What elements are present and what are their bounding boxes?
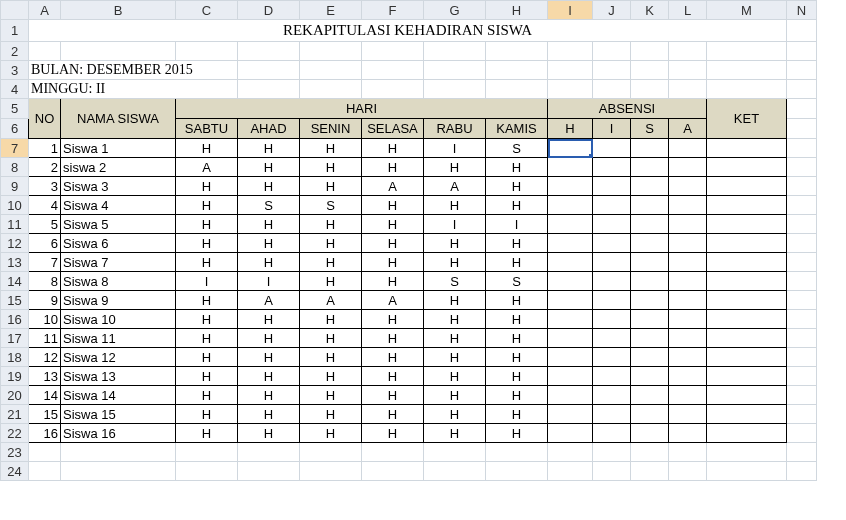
cell-day[interactable]: H bbox=[424, 348, 486, 367]
cell[interactable] bbox=[548, 462, 593, 481]
cell-no[interactable]: 13 bbox=[29, 367, 61, 386]
cell[interactable] bbox=[486, 443, 548, 462]
cell-day[interactable]: H bbox=[176, 139, 238, 158]
cell-abs[interactable] bbox=[631, 234, 669, 253]
cell[interactable] bbox=[362, 61, 424, 80]
cell[interactable] bbox=[787, 119, 817, 139]
cell-day[interactable]: H bbox=[238, 177, 300, 196]
cell-abs[interactable] bbox=[669, 272, 707, 291]
cell-day[interactable]: H bbox=[424, 367, 486, 386]
cell-day[interactable]: H bbox=[238, 253, 300, 272]
cell-day[interactable]: H bbox=[238, 215, 300, 234]
cell[interactable] bbox=[486, 462, 548, 481]
cell[interactable] bbox=[631, 61, 669, 80]
cell[interactable] bbox=[787, 61, 817, 80]
cell-nama[interactable]: Siswa 14 bbox=[61, 386, 176, 405]
cell-abs[interactable] bbox=[548, 177, 593, 196]
cell-ket[interactable] bbox=[707, 158, 787, 177]
cell[interactable] bbox=[424, 61, 486, 80]
cell-day[interactable]: H bbox=[362, 329, 424, 348]
cell-day[interactable]: H bbox=[424, 386, 486, 405]
cell-day[interactable]: I bbox=[486, 215, 548, 234]
cell-abs[interactable] bbox=[548, 424, 593, 443]
cell-abs[interactable] bbox=[669, 215, 707, 234]
cell-abs[interactable] bbox=[548, 215, 593, 234]
row-header-23[interactable]: 23 bbox=[1, 443, 29, 462]
cell-day[interactable]: H bbox=[424, 310, 486, 329]
cell[interactable] bbox=[787, 139, 817, 158]
cell-day[interactable]: H bbox=[300, 272, 362, 291]
row-header-17[interactable]: 17 bbox=[1, 329, 29, 348]
row-header-21[interactable]: 21 bbox=[1, 405, 29, 424]
cell[interactable] bbox=[238, 462, 300, 481]
cell-day[interactable]: H bbox=[238, 310, 300, 329]
cell[interactable] bbox=[787, 253, 817, 272]
cell-no[interactable]: 16 bbox=[29, 424, 61, 443]
cell-ket[interactable] bbox=[707, 234, 787, 253]
cell-day[interactable]: H bbox=[300, 177, 362, 196]
cell[interactable] bbox=[486, 42, 548, 61]
cell-day[interactable]: H bbox=[486, 367, 548, 386]
spreadsheet-grid[interactable]: ABCDEFGHIJKLMN1REKAPITULASI KEHADIRAN SI… bbox=[0, 0, 817, 481]
cell[interactable] bbox=[238, 443, 300, 462]
row-header-10[interactable]: 10 bbox=[1, 196, 29, 215]
col-header-K[interactable]: K bbox=[631, 1, 669, 20]
cell-day[interactable]: H bbox=[362, 348, 424, 367]
col-header-D[interactable]: D bbox=[238, 1, 300, 20]
cell-abs[interactable] bbox=[631, 177, 669, 196]
cell[interactable] bbox=[787, 329, 817, 348]
cell-day[interactable]: A bbox=[176, 158, 238, 177]
cell-day[interactable]: I bbox=[424, 215, 486, 234]
cell-ket[interactable] bbox=[707, 215, 787, 234]
cell-abs[interactable] bbox=[593, 291, 631, 310]
cell-day[interactable]: H bbox=[300, 424, 362, 443]
cell[interactable] bbox=[300, 443, 362, 462]
cell-day[interactable]: H bbox=[238, 158, 300, 177]
cell-abs[interactable] bbox=[631, 291, 669, 310]
cell-ket[interactable] bbox=[707, 405, 787, 424]
cell-day[interactable]: H bbox=[300, 139, 362, 158]
cell[interactable] bbox=[486, 80, 548, 99]
col-header-I[interactable]: I bbox=[548, 1, 593, 20]
cell-abs[interactable] bbox=[669, 424, 707, 443]
cell[interactable] bbox=[787, 424, 817, 443]
cell-day[interactable]: H bbox=[176, 405, 238, 424]
cell[interactable] bbox=[787, 177, 817, 196]
cell[interactable] bbox=[548, 443, 593, 462]
col-header-B[interactable]: B bbox=[61, 1, 176, 20]
cell[interactable] bbox=[238, 42, 300, 61]
cell-abs[interactable] bbox=[669, 139, 707, 158]
cell-day[interactable]: H bbox=[176, 348, 238, 367]
cell-abs[interactable] bbox=[631, 253, 669, 272]
cell-abs[interactable] bbox=[631, 386, 669, 405]
col-header-F[interactable]: F bbox=[362, 1, 424, 20]
col-header-C[interactable]: C bbox=[176, 1, 238, 20]
cell-nama[interactable]: Siswa 9 bbox=[61, 291, 176, 310]
cell[interactable] bbox=[300, 462, 362, 481]
cell-day[interactable]: H bbox=[424, 234, 486, 253]
cell-abs[interactable] bbox=[669, 386, 707, 405]
cell-abs[interactable] bbox=[593, 310, 631, 329]
cell-day[interactable]: H bbox=[486, 291, 548, 310]
cell[interactable] bbox=[176, 443, 238, 462]
row-header-15[interactable]: 15 bbox=[1, 291, 29, 310]
cell-ket[interactable] bbox=[707, 196, 787, 215]
cell[interactable] bbox=[669, 462, 707, 481]
cell[interactable] bbox=[787, 234, 817, 253]
cell-abs[interactable] bbox=[669, 348, 707, 367]
col-header-J[interactable]: J bbox=[593, 1, 631, 20]
cell-day[interactable]: H bbox=[176, 424, 238, 443]
cell-no[interactable]: 2 bbox=[29, 158, 61, 177]
cell-abs[interactable] bbox=[548, 310, 593, 329]
cell[interactable] bbox=[176, 42, 238, 61]
cell[interactable] bbox=[593, 61, 631, 80]
cell-day[interactable]: H bbox=[362, 196, 424, 215]
cell-abs[interactable] bbox=[593, 272, 631, 291]
cell-day[interactable]: H bbox=[362, 139, 424, 158]
cell-day[interactable]: H bbox=[486, 158, 548, 177]
cell-abs[interactable] bbox=[548, 329, 593, 348]
row-header-24[interactable]: 24 bbox=[1, 462, 29, 481]
cell[interactable] bbox=[593, 42, 631, 61]
cell-nama[interactable]: Siswa 1 bbox=[61, 139, 176, 158]
cell-abs[interactable] bbox=[593, 367, 631, 386]
